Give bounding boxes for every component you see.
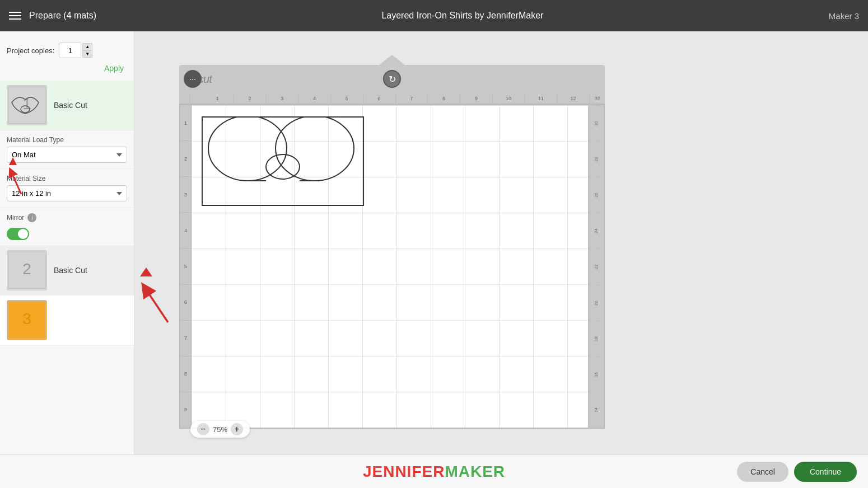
mat-grid-area[interactable]	[192, 105, 588, 428]
copies-down-btn[interactable]: ▼	[82, 50, 92, 58]
header-center-title: Layered Iron-On Shirts by JenniferMaker	[96, 11, 829, 21]
cancel-button[interactable]: Cancel	[737, 462, 788, 482]
copies-up-btn[interactable]: ▲	[82, 43, 92, 50]
ruler-left: 1 2 3 4 5 6 7 8 9	[180, 105, 192, 428]
copies-spinner: ▲ ▼	[82, 43, 92, 58]
continue-button[interactable]: Continue	[794, 462, 857, 482]
material-load-type-section: Material Load Type On Mat Without Mat	[0, 130, 134, 169]
ruler-top-row: 1 2 3 4 5 6 7 8 9 10 11 12	[179, 93, 605, 104]
mirror-info-icon[interactable]: i	[27, 213, 36, 222]
mat-thumbnail-2: 2	[7, 250, 47, 290]
material-load-type-label: Material Load Type	[7, 136, 127, 144]
brand-jennifer: JENNIFER	[363, 463, 445, 481]
mat-design-1: 1	[7, 86, 46, 125]
zoom-minus-button[interactable]: −	[197, 423, 209, 435]
zoom-plus-button[interactable]: +	[231, 423, 243, 435]
copies-input-wrap: ▲ ▼	[59, 43, 92, 58]
svg-line-16	[146, 289, 168, 322]
copies-input[interactable]	[59, 43, 81, 58]
canvas-mat-wrapper: cricut ··· ↻ 1	[179, 65, 605, 429]
brand-maker: MAKER	[445, 463, 505, 481]
ruler-right-cm: 30 28 26 24 22 20 18 16 14	[588, 105, 604, 428]
mat-design-3: 3	[7, 301, 46, 340]
mirror-toggle-row	[0, 228, 134, 246]
mat-design-2: 2	[7, 251, 46, 290]
brand-logo: JENNIFER MAKER	[363, 463, 505, 481]
sidebar: Project copies: ▲ ▼ Apply 1	[0, 31, 134, 454]
main-content: Project copies: ▲ ▼ Apply 1	[0, 31, 868, 454]
cut-design-svg	[203, 118, 364, 206]
red-arrow-annotation	[134, 266, 185, 336]
project-copies-row: Project copies: ▲ ▼	[0, 38, 134, 60]
svg-text:3: 3	[22, 310, 31, 327]
mirror-label: Mirror	[7, 214, 24, 222]
ruler-h-labels: 1 2 3 4 5 6 7 8 9 10 11 12	[190, 93, 589, 104]
mat-label-1: Basic Cut	[54, 101, 87, 110]
svg-point-11	[276, 118, 354, 181]
svg-point-10	[208, 118, 287, 181]
mat-options-button[interactable]: ···	[184, 70, 202, 88]
svg-marker-17	[140, 268, 152, 276]
mirror-toggle[interactable]	[7, 228, 29, 240]
project-copies-label: Project copies:	[7, 46, 54, 55]
menu-icon[interactable]	[9, 12, 21, 20]
mirror-row: Mirror i	[0, 208, 134, 228]
mat-refresh-button[interactable]: ↻	[383, 70, 401, 88]
header: Prepare (4 mats) Layered Iron-On Shirts …	[0, 0, 868, 31]
bottom-buttons: Cancel Continue	[737, 462, 857, 482]
mat-item-1[interactable]: 1 Basic Cut	[0, 81, 134, 130]
material-load-type-select[interactable]: On Mat Without Mat	[7, 147, 127, 163]
cut-design-box	[202, 116, 364, 206]
zoom-control: − 75% +	[190, 421, 250, 438]
mat-item-2[interactable]: 2 Basic Cut	[0, 246, 134, 295]
mat-thumbnail-1: 1	[7, 85, 47, 125]
mat-header-bar: cricut ··· ↻	[179, 65, 605, 93]
canvas-area: cricut ··· ↻ 1	[134, 31, 868, 454]
mat-item-3[interactable]: 3	[0, 295, 134, 345]
mat-label-2: Basic Cut	[54, 266, 87, 275]
annotation-arrow-svg	[134, 266, 185, 334]
mat-body: 1 2 3 4 5 6 7 8 9	[179, 104, 605, 429]
svg-text:2: 2	[22, 260, 31, 278]
apply-button[interactable]: Apply	[101, 63, 127, 74]
material-size-label: Material Size	[7, 175, 127, 182]
material-size-section: Material Size 12 in x 12 in 12 in x 24 i…	[0, 169, 134, 208]
bottom-bar: JENNIFER MAKER Cancel Continue	[0, 454, 868, 488]
header-maker-label: Maker 3	[829, 11, 859, 21]
mat-thumbnail-3: 3	[7, 300, 47, 340]
zoom-label: 75%	[213, 425, 227, 434]
mirror-toggle-knob	[18, 229, 28, 239]
header-title: Prepare (4 mats)	[29, 11, 96, 21]
mat-handle-triangle	[376, 55, 408, 67]
material-size-select[interactable]: 12 in x 12 in 12 in x 24 in	[7, 185, 127, 201]
